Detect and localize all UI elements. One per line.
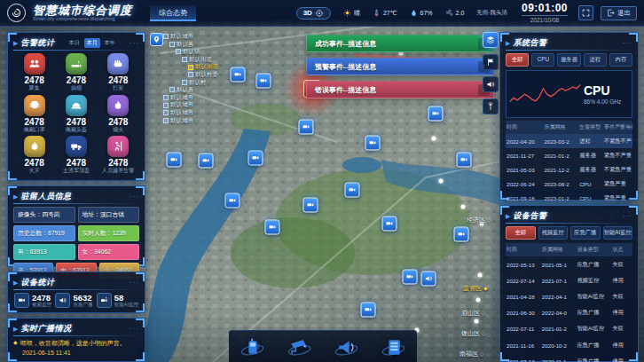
more-menu[interactable]: ··· — [130, 193, 139, 201]
cctv-tool-button[interactable] — [287, 334, 313, 359]
tab-overview[interactable]: 综合态势 — [150, 5, 196, 21]
ai-icon — [97, 293, 112, 308]
region-tree-item[interactable]: 默认城市 — [163, 33, 238, 41]
alarm-count: 2478 — [98, 117, 139, 127]
interphone-tool-button[interactable] — [240, 334, 266, 359]
filter-tab[interactable]: CPU — [531, 53, 554, 67]
region-tree-item[interactable]: 默认县 — [163, 41, 238, 49]
map-marker-camera[interactable] — [225, 193, 240, 209]
alarm-stat-tile[interactable]: 2478佩戴头盔 — [55, 95, 97, 133]
table-row[interactable]: 2021-07-132020-11-1应急广播停用 — [506, 353, 632, 362]
filter-tab[interactable]: 全部 — [506, 53, 529, 67]
map-marker-speaker[interactable] — [421, 272, 436, 287]
layers-tool-button[interactable] — [483, 32, 499, 48]
alarm-count: 2478 — [13, 75, 55, 85]
alarm-flag-tool-button[interactable] — [483, 54, 499, 70]
table-row[interactable]: 2022-07-112021-01-2智能AI监控失联 — [506, 321, 632, 337]
map-marker-camera[interactable] — [299, 120, 314, 135]
table-row[interactable]: 2021-11-272021-01-2服务器紧急不严重 — [506, 148, 632, 162]
alarm-stat-tile[interactable]: 2478烟火 — [98, 95, 139, 133]
3d-mode-toggle[interactable]: 3D — [296, 7, 331, 20]
region-tree-item[interactable]: 默认县 — [163, 86, 238, 94]
more-menu[interactable]: ··· — [623, 40, 632, 47]
filter-tab[interactable]: 内存 — [609, 53, 632, 67]
stat-bar: 男：63913 — [13, 244, 75, 260]
fist-icon — [107, 53, 129, 75]
filter-tab[interactable]: 本年 — [102, 38, 118, 48]
bullet-icon: ◆ — [13, 339, 18, 348]
map-marker-camera[interactable] — [345, 183, 360, 198]
district-label[interactable]: 银山区 ◇ — [461, 329, 486, 338]
alarm-stat-tile[interactable]: 2478土渣车顶盖 — [55, 136, 97, 174]
filter-tab[interactable]: 应急广播 — [570, 226, 601, 240]
event-banner[interactable]: 错误事件--描述信息› — [306, 81, 494, 98]
filter-tab[interactable]: 进程 — [584, 53, 607, 67]
map-marker-camera[interactable] — [382, 216, 397, 232]
filter-tab[interactable]: 全部 — [506, 226, 536, 240]
table-row[interactable]: 2021-04-282022-04-1智能AI监控失联 — [506, 288, 632, 304]
more-menu[interactable]: ··· — [623, 213, 632, 220]
map-marker-camera[interactable] — [256, 74, 271, 89]
table-row[interactable]: 2022-05-132021-05-1应急广播失联 — [506, 256, 632, 272]
more-menu[interactable]: ··· — [130, 326, 139, 333]
district-label[interactable]: 直管区 ◆ — [463, 284, 488, 293]
map-marker-camera[interactable] — [167, 153, 182, 168]
table-cell: 2021-05-03 — [506, 162, 544, 177]
map-marker-camera[interactable] — [403, 270, 418, 285]
signal-tower-tool-button[interactable] — [483, 98, 499, 114]
district-label[interactable]: 南福区 ◇ — [459, 350, 484, 358]
filter-tab[interactable]: 视频监控 — [538, 226, 569, 240]
region-tree-item[interactable]: 默认城市 — [163, 117, 238, 125]
table-row[interactable]: 2022-06-242023-08-2CPU紧急严重 — [506, 177, 632, 192]
map-marker-camera[interactable] — [248, 151, 263, 166]
region-tree-item[interactable]: 默认镇 — [163, 48, 238, 56]
region-tree-item[interactable]: 默认村委 — [163, 71, 238, 79]
broadcast-volume-tool-button[interactable] — [483, 76, 499, 92]
map-marker-camera[interactable] — [365, 136, 381, 151]
more-menu[interactable]: ··· — [130, 279, 139, 287]
map-marker-camera[interactable] — [303, 198, 318, 213]
panel-title: 设备统计 — [20, 277, 54, 288]
table-row[interactable]: 2021-11-162020-10-2应急广播停用 — [506, 337, 632, 353]
exit-button[interactable]: 退出 — [601, 6, 637, 20]
table-cell: 2022-07-14 — [506, 272, 541, 288]
map-pin-tool-button[interactable] — [150, 33, 163, 46]
map-marker-camera[interactable] — [457, 153, 472, 168]
banner-text: 错误事件--描述信息 — [315, 85, 376, 95]
alarm-stat-tile[interactable]: 2478抽烟 — [55, 53, 97, 91]
loudspeaker-tool-button[interactable] — [334, 334, 360, 359]
fullscreen-button[interactable] — [578, 5, 593, 20]
map-marker-camera[interactable] — [454, 227, 469, 242]
more-menu[interactable]: ··· — [130, 40, 139, 47]
table-row[interactable]: 2021-09-182023-01-2CPU紧急严重 — [506, 192, 632, 206]
alarm-stat-tile[interactable]: 2478聚集 — [13, 53, 55, 91]
device-stat: 2478视频监控 — [14, 293, 51, 308]
map-marker-camera[interactable] — [428, 106, 444, 122]
table-row[interactable]: 2021-05-032021-12-2服务器不紧急严重 — [506, 162, 632, 177]
filter-tab[interactable]: 本月 — [84, 38, 100, 48]
alarm-stat-tile[interactable]: 2478火灾 — [13, 136, 55, 174]
table-row[interactable]: 2022-07-142021-07-1视频监控停用 — [506, 272, 632, 288]
table-cell: CPU — [578, 177, 603, 192]
district-label[interactable]: 经济区 ◇ — [467, 216, 491, 224]
table-row[interactable]: 2021-06-302022-04-0应急广播停用 — [506, 305, 632, 321]
alarm-stat-tile[interactable]: 2478打架 — [98, 53, 139, 91]
server-tool-button[interactable] — [381, 334, 407, 359]
weather-note: 无雨-魏头清 — [476, 9, 507, 17]
region-tree-item[interactable]: 默认村 — [163, 79, 238, 87]
district-label[interactable]: 眉山区 ◇ — [461, 309, 486, 318]
event-banner[interactable]: 预警事件--描述信息› — [306, 58, 494, 75]
filter-tab[interactable]: 本日 — [67, 38, 82, 48]
filter-tab[interactable]: 智能AI监控 — [603, 226, 633, 240]
map-marker-camera[interactable] — [265, 220, 280, 235]
region-tree-item[interactable]: 默认街道 — [163, 63, 238, 71]
region-tree-item[interactable]: 默认城市 — [163, 101, 238, 109]
event-banner[interactable]: 成功事件--描述信息› — [306, 35, 494, 52]
alarm-stat-tile[interactable]: 2478人员越界告警 — [98, 136, 139, 174]
table-row[interactable]: 2022-04-202023-03-2进程不紧急不严重 — [506, 134, 632, 148]
map-marker-camera[interactable] — [361, 303, 376, 318]
map-marker-camera[interactable] — [199, 153, 214, 169]
region-tree-item[interactable]: 默认城市 — [163, 109, 238, 117]
filter-tab[interactable]: 服务器 — [557, 53, 580, 67]
alarm-stat-tile[interactable]: 2478佩戴口罩 — [13, 95, 55, 133]
